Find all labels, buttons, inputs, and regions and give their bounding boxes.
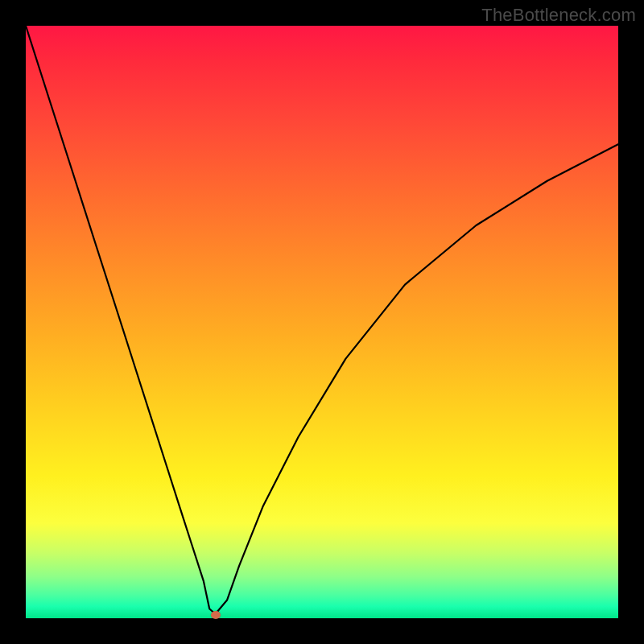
plot-area [26, 26, 618, 618]
optimal-point-marker [211, 611, 221, 619]
watermark-text: TheBottleneck.com [481, 5, 636, 26]
bottleneck-curve [26, 26, 618, 618]
chart-frame: TheBottleneck.com [0, 0, 644, 644]
